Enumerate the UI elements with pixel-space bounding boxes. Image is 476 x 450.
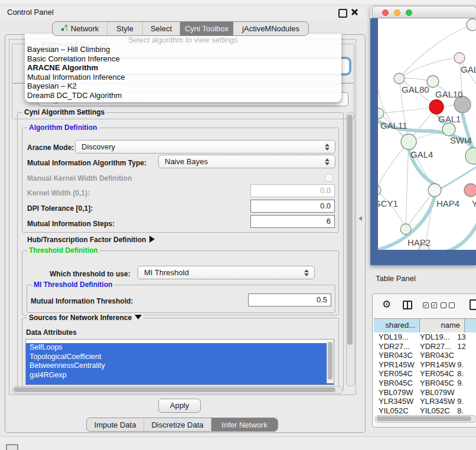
table-cell: YLR345W (415, 397, 455, 406)
traffic-light-minimize-icon[interactable] (394, 9, 400, 16)
tab-select[interactable]: Select (143, 22, 180, 35)
table-row[interactable]: YBR043CYBR043C (374, 351, 476, 360)
table-row[interactable]: YIL052CYIL052C8. (374, 406, 476, 416)
network-node-gal1[interactable] (429, 100, 444, 114)
network-node[interactable] (467, 19, 476, 31)
column-header-name[interactable]: name (420, 319, 465, 333)
network-node-hap2[interactable] (400, 224, 411, 234)
which-threshold-combo[interactable]: MI Threshold (138, 266, 315, 279)
hub-definition-expander[interactable]: Hub/Transcription Factor Definition (27, 236, 155, 244)
algorithm-option-dream8-dc-tdc-algorithm[interactable]: Dream8 DC_TDC Algorithm (27, 91, 339, 100)
node-label: GAL (461, 64, 476, 74)
split-collapse-arrow-icon[interactable] (358, 216, 362, 221)
traffic-light-close-icon[interactable] (382, 9, 389, 16)
tab-infer-network[interactable]: Infer Network (211, 418, 278, 431)
table-row[interactable]: YDL19...YDL19...13 (374, 332, 476, 342)
kernel-width-input[interactable]: 0.0 (250, 184, 335, 197)
tab-label: Style (116, 24, 133, 33)
dpi-tolerance-label: DPI Tolerance [0,1]: (27, 204, 93, 213)
aracne-mode-combo[interactable]: Discovery (75, 140, 335, 154)
table-panel: ⚙ ✓ ✓ shared...nameA YDL19...YDL19...13Y… (372, 294, 476, 428)
network-canvas[interactable]: GALGAL80GAL10GAL1SWI4GAL11GAL4GCY1HAP4YH… (378, 18, 476, 250)
table-cell: 12 (455, 342, 476, 351)
network-node[interactable] (465, 148, 476, 164)
stepper-arrows-icon (301, 269, 314, 276)
hub-definition-label: Hub/Transcription Factor Definition (27, 236, 146, 244)
table-cell: 9. (455, 379, 476, 388)
collapse-arrow-icon (135, 315, 142, 319)
tab-network[interactable]: Network (53, 22, 107, 35)
column-header-shared[interactable]: shared... (374, 319, 420, 333)
table-cell: YDL19... (415, 332, 455, 342)
table-cell: YBL079W (415, 388, 455, 397)
manual-kernel-label: Manual Kernel Width Definition (27, 174, 132, 182)
table-row[interactable]: YBR045CYBR045C9. (374, 379, 476, 388)
settings-vertical-scrollbar[interactable] (346, 112, 355, 386)
settings-horizontal-scrollbar[interactable] (12, 386, 343, 394)
tab-discretize-data[interactable]: Discretize Data (144, 418, 211, 431)
tab-impute-data[interactable]: Impute Data (87, 418, 144, 431)
list-scrollbar[interactable] (327, 341, 334, 383)
attribute-item-betweennesscentrality[interactable]: BetweennessCentrality (26, 361, 334, 371)
node-label: GAL11 (380, 120, 407, 131)
manual-kernel-checkbox[interactable] (325, 174, 333, 182)
column-header-a[interactable]: A (465, 319, 476, 333)
network-node-y[interactable] (464, 184, 476, 197)
table-cell: 8. (455, 369, 476, 379)
mi-threshold-label: Mutual Information Threshold: (31, 297, 133, 305)
cyni-mode-tab-bar: Impute DataDiscretize DataInfer Network (86, 418, 278, 432)
table-cell: YBR043C (374, 351, 415, 360)
document-icon[interactable] (470, 299, 476, 310)
attribute-item-selfloops[interactable]: SelfLoops (26, 343, 334, 353)
table-row[interactable]: YER054CYER054C8. (374, 369, 476, 379)
network-node-hap4[interactable] (428, 184, 441, 197)
close-icon[interactable] (351, 9, 358, 15)
list-item-partial (26, 380, 334, 385)
algorithm-option-bayesian-k2[interactable]: Bayesian – K2 (27, 81, 339, 91)
dock-panel-button[interactable] (6, 444, 18, 450)
unchecked-checkbox-icon[interactable] (449, 302, 455, 308)
mi-threshold-input[interactable]: 0.5 (248, 294, 331, 306)
attribute-item-topologicalcoefficient[interactable]: TopologicalCoefficient (26, 353, 334, 362)
data-attributes-label: Data Attributes (26, 328, 77, 337)
gear-icon[interactable]: ⚙ (382, 298, 391, 311)
table-body: YDL19...YDL19...13YDR27...YDR27...12YBR0… (374, 332, 476, 415)
checked-checkbox-icon[interactable]: ✓ (423, 302, 429, 308)
network-node-swi4[interactable] (442, 123, 455, 136)
table-row[interactable]: YPR145WYPR145W9. (374, 360, 476, 370)
node-label: SWI4 (450, 135, 472, 145)
attribute-item-gal4rgexp[interactable]: gal4RGexp (26, 371, 334, 380)
apply-button[interactable]: Apply (158, 399, 201, 413)
table-cell: YIL052C (415, 406, 455, 416)
table-horizontal-scrollbar[interactable] (375, 415, 476, 423)
unchecked-checkbox-icon[interactable] (441, 302, 446, 308)
table-panel-title: Table Panel (376, 274, 416, 283)
network-view-window: GALGAL80GAL10GAL1SWI4GAL11GAL4GCY1HAP4YH… (370, 6, 476, 265)
tab-style[interactable]: Style (107, 22, 143, 35)
mi-steps-input[interactable]: 6 (250, 215, 335, 228)
split-columns-icon[interactable] (403, 301, 412, 309)
mi-type-combo[interactable]: Naive Bayes (158, 155, 335, 168)
network-node-gal80[interactable] (394, 73, 405, 84)
traffic-light-zoom-icon[interactable] (406, 9, 412, 16)
table-header-row: shared...nameA (374, 318, 476, 334)
float-window-icon[interactable] (338, 9, 347, 18)
network-node-gal4[interactable] (401, 134, 416, 149)
dpi-tolerance-input[interactable]: 0.0 (250, 200, 335, 213)
network-node-gal[interactable] (454, 53, 465, 63)
top-strip (0, 0, 476, 5)
algorithm-option-basic-correlation-inference[interactable]: Basic Correlation Inference (27, 54, 339, 64)
aracne-mode-label: Aracne Mode: (27, 144, 74, 152)
algorithm-option-aracne-algorithm[interactable]: ARACNE Algorithm (27, 63, 339, 73)
table-row[interactable]: YBL079WYBL079W (374, 388, 476, 397)
sources-collapser[interactable]: Sources for Network Inference (27, 314, 144, 322)
table-cell: 9. (455, 360, 476, 370)
table-cell: YER054C (415, 369, 455, 379)
table-row[interactable]: YLR345WYLR345W9. (374, 397, 476, 406)
checked-checkbox-icon[interactable]: ✓ (431, 302, 437, 308)
algorithm-option-mutual-information-inference[interactable]: Mutual Information Inference (27, 73, 339, 82)
tab-cyni-toolbox[interactable]: Cyni Toolbox (180, 22, 233, 35)
algorithm-option-bayesian-hill-climbing[interactable]: Bayesian – Hill Climbing (27, 45, 339, 54)
tab-jactivemnodules[interactable]: jActiveMNodules (233, 22, 308, 35)
table-row[interactable]: YDR27...YDR27...12 (374, 342, 476, 351)
